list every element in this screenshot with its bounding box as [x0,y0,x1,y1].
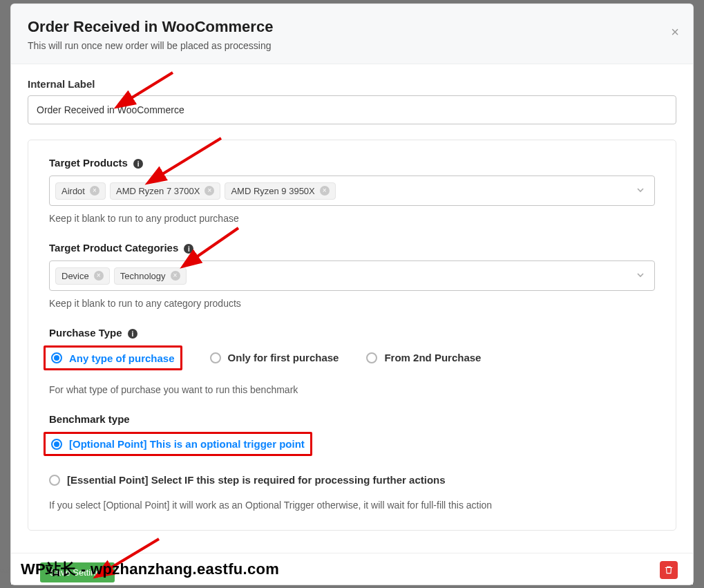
remove-tag-icon[interactable]: × [204,186,214,196]
settings-panel: Target Products i Airdot × AMD Ryzen 7 3… [28,140,676,531]
radio-icon [51,439,62,450]
delete-button[interactable] [660,561,678,579]
target-categories-help: Keep it blank to run to any category pro… [49,298,655,309]
chevron-down-icon [636,185,645,196]
modal-subtitle: This will run once new order will be pla… [28,40,676,51]
radio-any-purchase[interactable]: Any type of purchase [51,352,175,364]
tag: AMD Ryzen 9 3950X × [225,182,335,200]
target-products-select[interactable]: Airdot × AMD Ryzen 7 3700X × AMD Ryzen 9… [49,176,655,206]
info-icon[interactable]: i [133,159,143,169]
info-icon[interactable]: i [184,244,193,254]
radio-essential-point[interactable]: [Essential Point] Select IF this step is… [49,474,446,486]
benchmark-type-label: Benchmark type [49,413,655,425]
internal-label-heading: Internal Label [28,78,676,90]
radio-icon [366,352,377,363]
purchase-type-radio-group: Any type of purchase Only for first purc… [49,345,655,370]
target-categories-select[interactable]: Device × Technology × [49,260,655,291]
benchmark-type-radio-group: [Optional Point] This is an optional tri… [49,432,655,486]
tag: Device × [55,267,110,285]
tag: Technology × [114,267,187,285]
radio-icon [210,352,221,363]
internal-label-input[interactable] [28,95,676,124]
remove-tag-icon[interactable]: × [90,186,99,196]
purchase-type-label: Purchase Type [49,327,122,339]
target-products-label: Target Products [49,157,128,169]
radio-icon [49,475,60,486]
benchmark-type-section: Benchmark type [Optional Point] This is … [49,413,655,511]
purchase-type-section: Purchase Type i Any type of purchase Onl… [49,327,655,395]
target-products-help: Keep it blank to run to any product purc… [49,213,655,224]
close-icon[interactable]: × [671,25,679,39]
purchase-type-help: For what type of purchase you want to ru… [49,384,655,395]
with-label-fragment: wit [0,566,10,576]
target-categories-section: Target Product Categories i Device × Tec… [49,242,655,309]
target-products-section: Target Products i Airdot × AMD Ryzen 7 3… [49,157,655,224]
remove-tag-icon[interactable]: × [171,271,180,281]
remove-tag-icon[interactable]: × [320,186,330,196]
watermark-text: WP站长 - wpzhanzhang.eastfu.com [21,559,279,580]
trash-icon [664,565,674,575]
radio-icon [51,352,62,363]
benchmark-type-help: If you select [Optional Point] it will w… [49,500,655,511]
settings-modal: Order Received in WooCommerce This will … [11,4,693,585]
modal-header: Order Received in WooCommerce This will … [11,4,693,64]
info-icon[interactable]: i [128,329,137,339]
radio-second-purchase[interactable]: From 2nd Purchase [366,352,481,363]
radio-optional-point[interactable]: [Optional Point] This is an optional tri… [51,438,305,450]
radio-first-purchase[interactable]: Only for first purchase [210,352,339,363]
remove-tag-icon[interactable]: × [94,271,104,281]
modal-title: Order Received in WooCommerce [28,18,676,36]
target-categories-label: Target Product Categories [49,242,178,254]
tag: Airdot × [55,182,106,200]
tag: AMD Ryzen 7 3700X × [110,182,220,200]
chevron-down-icon [636,270,645,281]
